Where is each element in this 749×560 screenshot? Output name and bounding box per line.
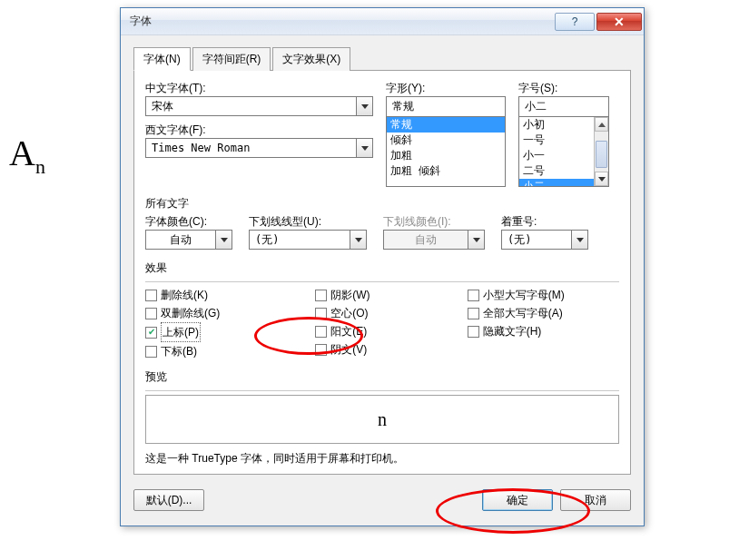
list-item[interactable]: 倾斜 bbox=[387, 133, 505, 148]
checkbox-all-caps[interactable]: 全部大写字母(A) bbox=[468, 304, 619, 322]
label-size: 字号(S): bbox=[518, 80, 609, 96]
label-en-font: 西文字体(F): bbox=[145, 122, 373, 138]
checkbox-icon bbox=[468, 290, 479, 301]
checkbox-superscript[interactable]: ✔上标(P) bbox=[145, 322, 306, 342]
checkbox-small-caps[interactable]: 小型大写字母(M) bbox=[468, 286, 619, 304]
list-item[interactable]: 加粗 倾斜 bbox=[387, 163, 505, 179]
cancel-button[interactable]: 取消 bbox=[560, 489, 631, 511]
checkbox-icon bbox=[468, 326, 479, 338]
dropdown-arrow-icon[interactable] bbox=[356, 139, 372, 157]
dropdown-arrow-icon[interactable] bbox=[350, 231, 366, 249]
emphasis-combo[interactable]: (无) bbox=[501, 230, 588, 250]
label-underline-color: 下划线颜色(I): bbox=[383, 213, 485, 230]
default-button[interactable]: 默认(D)... bbox=[133, 489, 204, 511]
help-button[interactable]: ? bbox=[555, 13, 595, 31]
dropdown-arrow-icon[interactable] bbox=[571, 231, 587, 249]
size-listbox[interactable]: 小初 一号 小一 二号 小二 bbox=[518, 116, 609, 187]
checkbox-subscript[interactable]: 下标(B) bbox=[145, 342, 306, 360]
titlebar[interactable]: 字体 ? ✕ bbox=[121, 8, 644, 35]
en-font-combo[interactable]: Times New Roman bbox=[145, 138, 373, 158]
tab-font[interactable]: 字体(N) bbox=[133, 47, 191, 71]
scrollbar[interactable] bbox=[594, 117, 608, 186]
label-emphasis: 着重号: bbox=[501, 213, 588, 230]
dropdown-arrow-icon[interactable] bbox=[215, 231, 232, 249]
checkbox-icon bbox=[315, 326, 327, 338]
divider bbox=[145, 281, 619, 282]
scroll-thumb[interactable] bbox=[596, 141, 607, 168]
checkbox-shadow[interactable]: 阴影(W) bbox=[315, 286, 458, 304]
checkbox-icon: ✔ bbox=[145, 327, 157, 339]
label-font-color: 字体颜色(C): bbox=[145, 213, 232, 230]
style-listbox[interactable]: 常规 倾斜 加粗 加粗 倾斜 bbox=[386, 116, 506, 187]
font-dialog: 字体 ? ✕ 字体(N) 字符间距(R) 文字效果(X) 中文字体(T): 宋体… bbox=[120, 7, 645, 526]
checkbox-engrave[interactable]: 阴文(V) bbox=[315, 340, 458, 359]
checkbox-emboss[interactable]: 阳文(E) bbox=[315, 322, 458, 340]
tab-effects[interactable]: 文字效果(X) bbox=[272, 47, 350, 71]
font-color-combo[interactable]: 自动 bbox=[145, 230, 232, 250]
checkbox-icon bbox=[145, 290, 157, 301]
checkbox-icon bbox=[315, 308, 327, 319]
scroll-down-button[interactable] bbox=[595, 172, 608, 186]
underline-style-combo[interactable]: (无) bbox=[249, 230, 367, 250]
tab-spacing[interactable]: 字符间距(R) bbox=[192, 47, 271, 71]
checkbox-icon bbox=[468, 308, 479, 319]
list-item[interactable]: 常规 bbox=[387, 117, 505, 133]
dropdown-arrow-icon[interactable] bbox=[356, 97, 372, 115]
checkbox-strikethrough[interactable]: 删除线(K) bbox=[145, 286, 306, 304]
tabstrip: 字体(N) 字符间距(R) 文字效果(X) bbox=[133, 46, 631, 71]
dialog-title: 字体 bbox=[130, 14, 555, 29]
label-cn-font: 中文字体(T): bbox=[145, 80, 373, 96]
dropdown-arrow-icon bbox=[468, 231, 484, 249]
note-text: 这是一种 TrueType 字体，同时适用于屏幕和打印机。 bbox=[145, 451, 619, 467]
ok-button[interactable]: 确定 bbox=[482, 489, 553, 511]
scroll-up-button[interactable] bbox=[595, 117, 608, 132]
style-input[interactable]: 常规 bbox=[386, 96, 506, 116]
label-effects: 效果 bbox=[145, 260, 619, 276]
cn-font-combo[interactable]: 宋体 bbox=[145, 96, 373, 116]
divider bbox=[145, 390, 619, 391]
checkbox-icon bbox=[315, 344, 327, 356]
label-preview: 预览 bbox=[145, 369, 619, 385]
label-style: 字形(Y): bbox=[386, 80, 506, 96]
checkbox-icon bbox=[315, 290, 327, 301]
background-word: An bbox=[9, 132, 45, 179]
checkbox-icon bbox=[145, 308, 157, 319]
size-input[interactable]: 小二 bbox=[518, 96, 609, 116]
label-all-text: 所有文字 bbox=[145, 196, 619, 211]
label-underline-style: 下划线线型(U): bbox=[249, 213, 367, 230]
list-item[interactable]: 加粗 bbox=[387, 148, 505, 163]
checkbox-hidden[interactable]: 隐藏文字(H) bbox=[468, 322, 619, 340]
checkbox-double-strikethrough[interactable]: 双删除线(G) bbox=[145, 304, 306, 322]
preview-box: n bbox=[145, 395, 619, 444]
checkbox-outline[interactable]: 空心(O) bbox=[315, 304, 458, 322]
checkbox-icon bbox=[145, 346, 157, 358]
underline-color-combo: 自动 bbox=[383, 230, 485, 250]
close-button[interactable]: ✕ bbox=[596, 13, 642, 31]
